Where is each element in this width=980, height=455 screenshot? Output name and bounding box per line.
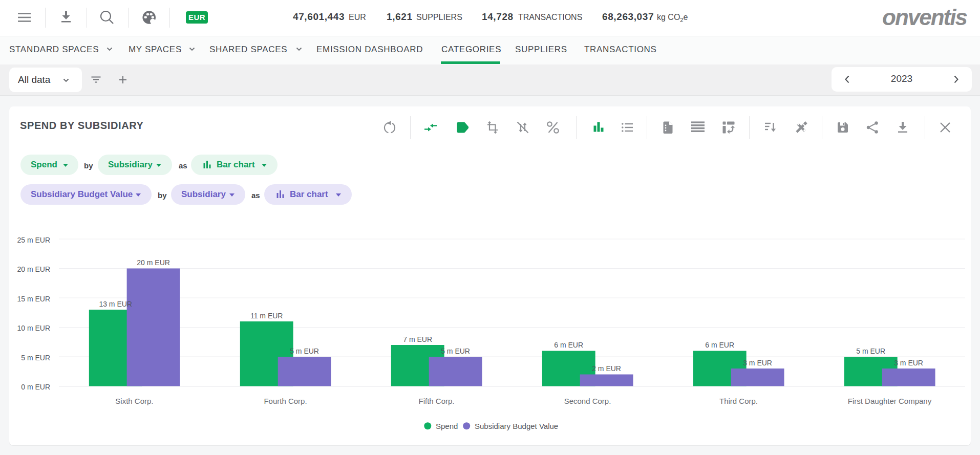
svg-text:Sixth Corp.: Sixth Corp. [115, 397, 153, 405]
svg-text:Fifth Corp.: Fifth Corp. [418, 397, 454, 405]
svg-text:5 m EUR: 5 m EUR [856, 347, 885, 355]
svg-text:11 m EUR: 11 m EUR [250, 312, 283, 320]
svg-text:Third Corp.: Third Corp. [719, 397, 758, 405]
svg-text:5 m EUR: 5 m EUR [441, 347, 470, 355]
svg-text:6 m EUR: 6 m EUR [705, 341, 734, 349]
svg-text:15 m EUR: 15 m EUR [17, 295, 50, 303]
svg-text:5 m EUR: 5 m EUR [290, 347, 319, 355]
svg-text:10 m EUR: 10 m EUR [17, 324, 50, 332]
svg-text:6 m EUR: 6 m EUR [554, 341, 583, 349]
svg-text:20 m EUR: 20 m EUR [137, 258, 170, 267]
svg-text:0 m EUR: 0 m EUR [21, 383, 50, 391]
svg-text:Spend: Spend [436, 422, 458, 430]
svg-text:25 m EUR: 25 m EUR [17, 236, 50, 244]
svg-text:Subsidiary Budget Value: Subsidiary Budget Value [475, 422, 558, 430]
svg-text:7 m EUR: 7 m EUR [403, 335, 432, 343]
svg-text:Second Corp.: Second Corp. [564, 397, 611, 405]
svg-text:20 m EUR: 20 m EUR [17, 265, 50, 273]
svg-text:3 m EUR: 3 m EUR [894, 359, 923, 367]
svg-text:First Daughter Company: First Daughter Company [848, 397, 932, 405]
svg-text:13 m EUR: 13 m EUR [99, 300, 132, 308]
svg-text:5 m EUR: 5 m EUR [21, 354, 50, 362]
svg-text:2 m EUR: 2 m EUR [592, 364, 621, 373]
svg-text:3 m EUR: 3 m EUR [743, 359, 772, 367]
svg-text:Fourth Corp.: Fourth Corp. [264, 397, 307, 405]
